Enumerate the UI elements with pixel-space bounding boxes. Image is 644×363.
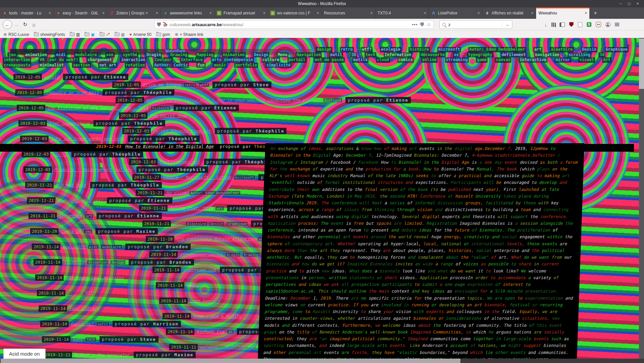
tag-link[interactable]: Mapping [196, 52, 215, 58]
tag-link[interactable]: Menu [277, 52, 288, 58]
search-go-icon[interactable]: → [502, 22, 509, 27]
tab-close-icon[interactable]: × [102, 11, 105, 15]
minimize-button[interactable]: − [617, 0, 624, 7]
entry-title-link[interactable]: Azgaar's Map generator [74, 352, 130, 357]
close-button[interactable]: × [634, 0, 641, 7]
tab-zotero-groups-[interactable]: Zotero | Groups >× [107, 7, 161, 19]
tab-wwwahou[interactable]: Wwwahou× [536, 7, 590, 19]
tag-link[interactable]: Graphique [605, 47, 629, 52]
vertical-scrollbar-thumb[interactable] [639, 39, 644, 89]
url-text[interactable]: cultureweb.artsaucarre.be/wwwahou/ [170, 22, 409, 27]
entry-title-link[interactable]: othertime [59, 213, 82, 218]
tab-close-icon[interactable]: × [263, 11, 265, 15]
reload-icon[interactable]: ↻ [21, 20, 29, 29]
tab-close-icon[interactable]: × [209, 11, 212, 15]
bookmark-item[interactable] [84, 32, 94, 37]
tag-link[interactable]: art [533, 47, 542, 52]
bookmark-item[interactable]: RSC-Luuse [3, 32, 29, 37]
entry-title-link[interactable]: Home - Use & Modify [193, 314, 241, 319]
tag-link[interactable]: Information [384, 52, 412, 58]
tag-link[interactable]: Drawing [169, 52, 188, 58]
entry-tag[interactable]: microsoft [234, 175, 255, 180]
entry-title-link[interactable]: CSS Continuous Rotate Animation [177, 237, 255, 242]
tag-link[interactable]: VR (sur du web?) [39, 57, 79, 63]
tag-link[interactable]: microsoft [437, 47, 461, 52]
entry-title-link[interactable]: No click [167, 190, 187, 195]
entry-tag[interactable]: Dessin [209, 221, 224, 226]
entry-title-link[interactable]: Open Foundry [190, 298, 220, 303]
entry-tag[interactable]: 3D [227, 329, 234, 334]
entry-title-link[interactable]: mod-synth [63, 244, 85, 249]
bookmark-item[interactable] [70, 32, 80, 37]
tag-link[interactable]: 3D [350, 52, 357, 58]
entry-tag[interactable]: histoire [151, 106, 171, 110]
tag-link[interactable]: Dragin [145, 52, 162, 58]
entry-title-link[interactable]: AirPods Pro [197, 329, 224, 334]
tag-link[interactable]: découverte [420, 52, 446, 58]
tracking-shield-icon[interactable] [157, 22, 161, 27]
tab-txt0-4[interactable]: TXT0.4× [375, 7, 429, 19]
tag-link[interactable]: modulaire [74, 52, 98, 58]
entry-title-link[interactable]: ◆●◑◍▲ [187, 283, 199, 288]
tag-link[interactable]: fun [196, 63, 206, 68]
tag-link[interactable]: Dessin [581, 47, 597, 52]
search-bar[interactable]: → [439, 20, 512, 29]
url-bar[interactable]: cultureweb.artsaucarre.be/wwwahou/ ••• ☆ [154, 20, 434, 29]
entry-title-link[interactable]: répondre au scam mail [46, 90, 99, 95]
tag-link[interactable]: défilement [501, 52, 527, 58]
tab-close-icon[interactable]: × [156, 11, 158, 15]
entry-title-link[interactable]: ···· [173, 221, 183, 226]
entry-title-link[interactable]: Sony [73, 337, 83, 342]
tab-listepolice[interactable]: ListePolice× [429, 7, 482, 19]
entry-tag[interactable]: Dragin [225, 252, 241, 257]
tab-close-icon[interactable]: × [424, 11, 426, 15]
bookmark-item[interactable]: Arsene 50 [129, 32, 151, 37]
tag-link[interactable]: net art [98, 63, 117, 68]
tag-link[interactable]: section [72, 63, 91, 68]
insecure-lock-icon[interactable] [164, 24, 167, 27]
entry-title-link[interactable]: unfold [44, 74, 59, 80]
tag-link[interactable]: cloud [376, 57, 390, 63]
tag-link[interactable]: minimalist [39, 63, 65, 68]
tag-link[interactable]: Design [253, 52, 269, 58]
tag-link[interactable]: Couleur [153, 57, 173, 63]
entry-title-link[interactable]: Jarkko Räsänen Fine Art [153, 128, 211, 134]
tag-link[interactable]: canvas [495, 57, 511, 63]
tag-link[interactable]: Art [602, 57, 611, 63]
vertical-scrollbar[interactable] [639, 38, 644, 359]
page-actions-icon[interactable]: ••• [412, 22, 418, 27]
tag-link[interactable]: rotation [125, 63, 146, 68]
tag-link[interactable]: outil [329, 52, 343, 58]
new-tab-button[interactable]: + [590, 7, 601, 19]
entry-title-link[interactable]: technics [64, 260, 84, 265]
maximize-button[interactable]: □ [626, 0, 633, 7]
tag-link[interactable]: online [421, 57, 438, 63]
horizontal-scrollbar[interactable] [0, 359, 644, 363]
tag-link[interactable]: typography [467, 52, 493, 58]
entry-tag[interactable]: Aléatoire [186, 221, 207, 226]
tag-link[interactable]: interaction [3, 57, 31, 63]
tag-link[interactable]: wtf? [361, 47, 373, 52]
entry-tag[interactable]: écologie [323, 98, 343, 103]
entry-title-link[interactable]: People · Microsoft · GitHub [163, 175, 231, 180]
entry-tag[interactable]: Graphique [226, 221, 248, 226]
tag-link[interactable]: comics [397, 57, 414, 63]
entry-tag[interactable]: modulaire [101, 245, 122, 249]
tag-link[interactable]: écologie [380, 47, 401, 52]
tag-link[interactable]: outils [352, 57, 369, 63]
entry-title-link[interactable]: Website Carbon Calculator | How is your … [146, 98, 320, 103]
tag-link[interactable]: ineraction [120, 57, 146, 63]
entry-title-link[interactable]: The Evolution of Web Design: 2000 - 2014 [48, 105, 148, 110]
tag-link[interactable]: jeu [7, 52, 17, 58]
entry-title-link[interactable]: FixC cooperative [49, 121, 89, 126]
tab-easy-search-gitl[interactable]: easy · Search · GitL× [54, 7, 107, 19]
tag-link[interactable]: tech [365, 52, 376, 58]
entry-tag[interactable]: Drawing [242, 252, 260, 257]
tag-link[interactable]: navigation [534, 52, 560, 58]
tag-link[interactable]: design [316, 47, 332, 52]
tab-close-icon[interactable]: × [531, 11, 533, 15]
entry-title-link[interactable]: ···· - VIF [68, 291, 93, 296]
entry-title-link[interactable]: Juha van Ingen works and info [51, 136, 124, 141]
back-icon[interactable]: ← [3, 20, 12, 29]
search-input[interactable] [448, 22, 500, 28]
